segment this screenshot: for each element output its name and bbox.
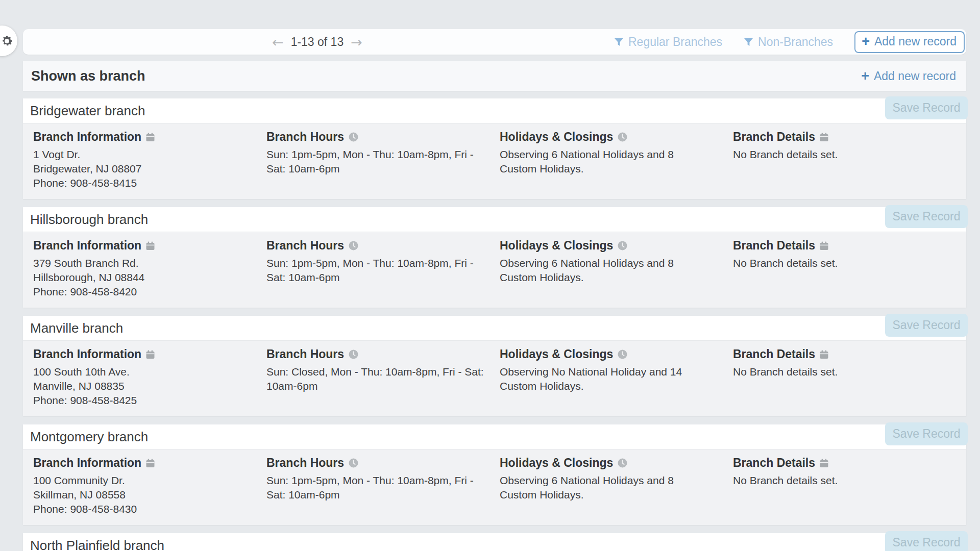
save-record-button[interactable]: Save Record — [885, 314, 968, 337]
branch-details-column: Branch Details No Branch details set. — [733, 130, 966, 190]
main-content: ← 1-13 of 13 → Regular Branches Non-Bran… — [23, 29, 966, 551]
clipboard-icon — [146, 459, 155, 468]
holidays-closings-heading: Holidays & Closings — [500, 456, 733, 470]
holidays-closings-column: Holidays & Closings Observing 6 National… — [500, 456, 733, 516]
branch-details-text: No Branch details set. — [733, 473, 955, 488]
section-add-new-record-label: Add new record — [874, 69, 956, 83]
branch-details-text: No Branch details set. — [733, 147, 955, 162]
address-line-2: Hillsborough, NJ 08844 — [33, 270, 255, 285]
save-record-button[interactable]: Save Record — [885, 205, 968, 228]
branch-name: Hillsborough branch — [30, 212, 148, 228]
clipboard-icon — [146, 350, 155, 359]
branch-card: Manville branch Save Record Branch Infor… — [23, 316, 966, 416]
branch-phone: Phone: 908-458-8415 — [33, 176, 255, 190]
branch-card-header: North Plainfield branch Save Record — [23, 533, 966, 551]
clock-icon — [618, 458, 627, 468]
branch-information-heading: Branch Information — [33, 130, 266, 144]
toolbar-actions: Regular Branches Non-Branches + Add new … — [614, 29, 965, 55]
calendar-icon — [820, 350, 828, 359]
branch-information-heading-label: Branch Information — [33, 239, 141, 253]
branch-card: Bridgewater branch Save Record Branch In… — [23, 98, 966, 199]
branch-details-column: Branch Details No Branch details set. — [733, 239, 966, 299]
previous-page-arrow-icon[interactable]: ← — [272, 35, 284, 49]
holidays-text: Observing 6 National Holidays and 8 Cust… — [500, 256, 699, 285]
branch-details-heading-label: Branch Details — [733, 239, 815, 253]
section-header: Shown as branch + Add new record — [23, 61, 966, 91]
branch-hours-heading-label: Branch Hours — [266, 130, 344, 144]
add-new-record-button[interactable]: + Add new record — [854, 31, 965, 53]
holidays-closings-column: Holidays & Closings Observing 6 National… — [500, 239, 733, 299]
branch-information-heading-label: Branch Information — [33, 130, 141, 144]
branch-hours-column: Branch Hours Sun: 1pm-5pm, Mon - Thu: 10… — [266, 456, 500, 516]
address-line-2: Manville, NJ 08835 — [33, 379, 255, 393]
branch-hours-heading-label: Branch Hours — [266, 347, 344, 361]
branch-information-heading: Branch Information — [33, 347, 266, 361]
branch-name: Manville branch — [30, 320, 123, 336]
address-line-1: 100 Community Dr. — [33, 473, 255, 488]
branch-hours-column: Branch Hours Sun: 1pm-5pm, Mon - Thu: 10… — [266, 239, 500, 299]
address-line-1: 379 South Branch Rd. — [33, 256, 255, 270]
branch-card-header: Montgomery branch Save Record — [23, 424, 966, 449]
save-record-button[interactable]: Save Record — [885, 422, 968, 445]
branch-information-column: Branch Information 1 Vogt Dr. Bridgewate… — [33, 130, 266, 190]
branch-card-body: Branch Information 100 Community Dr. Ski… — [23, 449, 966, 525]
holidays-closings-heading-label: Holidays & Closings — [500, 347, 613, 361]
branch-details-heading-label: Branch Details — [733, 130, 815, 144]
branch-list: Bridgewater branch Save Record Branch In… — [23, 98, 966, 551]
address-line-1: 1 Vogt Dr. — [33, 147, 255, 162]
holidays-closings-column: Holidays & Closings Observing No Nationa… — [500, 347, 733, 408]
filter-non-branches[interactable]: Non-Branches — [744, 35, 833, 49]
filter-regular-branches-label: Regular Branches — [628, 35, 722, 49]
branch-information-heading-label: Branch Information — [33, 456, 141, 470]
branch-name: North Plainfield branch — [30, 538, 164, 551]
holidays-closings-heading-label: Holidays & Closings — [500, 239, 613, 253]
calendar-icon — [820, 133, 828, 142]
branch-phone: Phone: 908-458-8425 — [33, 393, 255, 408]
holidays-closings-heading: Holidays & Closings — [500, 239, 733, 253]
section-title: Shown as branch — [31, 68, 145, 84]
branch-hours-heading: Branch Hours — [266, 456, 500, 470]
branch-hours-text: Sun: 1pm-5pm, Mon - Thu: 10am-8pm, Fri -… — [266, 147, 488, 176]
clipboard-icon — [146, 241, 155, 251]
branch-phone: Phone: 908-458-8420 — [33, 285, 255, 299]
clock-icon — [618, 241, 627, 251]
address-line-2: Skillman, NJ 08558 — [33, 488, 255, 502]
calendar-icon — [820, 459, 828, 468]
calendar-icon — [820, 241, 828, 251]
section-add-new-record-link[interactable]: + Add new record — [858, 69, 959, 84]
branch-information-heading: Branch Information — [33, 239, 266, 253]
branch-hours-column: Branch Hours Sun: 1pm-5pm, Mon - Thu: 10… — [266, 130, 500, 190]
save-record-button[interactable]: Save Record — [885, 96, 968, 119]
clock-icon — [349, 132, 358, 142]
settings-button[interactable] — [0, 26, 17, 56]
branch-information-heading-label: Branch Information — [33, 347, 141, 361]
branch-hours-heading-label: Branch Hours — [266, 456, 344, 470]
branch-name: Montgomery branch — [30, 429, 148, 445]
branch-hours-heading-label: Branch Hours — [266, 239, 344, 253]
holidays-closings-heading: Holidays & Closings — [500, 130, 733, 144]
branch-card: North Plainfield branch Save Record Bran… — [23, 533, 966, 551]
holidays-text: Observing 6 National Holidays and 8 Cust… — [500, 147, 699, 176]
filter-regular-branches[interactable]: Regular Branches — [614, 35, 722, 49]
branch-details-heading-label: Branch Details — [733, 456, 815, 470]
branch-details-text: No Branch details set. — [733, 256, 955, 270]
branch-details-text: No Branch details set. — [733, 365, 955, 379]
branch-address: 100 South 10th Ave. Manville, NJ 08835 P… — [33, 365, 255, 408]
branch-card: Hillsborough branch Save Record Branch I… — [23, 207, 966, 308]
holidays-text: Observing 6 National Holidays and 8 Cust… — [500, 473, 699, 502]
branch-address: 100 Community Dr. Skillman, NJ 08558 Pho… — [33, 473, 255, 516]
holidays-closings-column: Holidays & Closings Observing 6 National… — [500, 130, 733, 190]
next-page-arrow-icon[interactable]: → — [351, 35, 362, 49]
branch-information-column: Branch Information 100 South 10th Ave. M… — [33, 347, 266, 408]
holidays-closings-heading-label: Holidays & Closings — [500, 130, 613, 144]
branch-address: 379 South Branch Rd. Hillsborough, NJ 08… — [33, 256, 255, 299]
funnel-icon — [614, 38, 624, 46]
funnel-icon — [744, 38, 753, 46]
branch-details-column: Branch Details No Branch details set. — [733, 347, 966, 408]
branch-phone: Phone: 908-458-8430 — [33, 502, 255, 516]
branch-card-header: Manville branch Save Record — [23, 316, 966, 341]
branch-card-body: Branch Information 1 Vogt Dr. Bridgewate… — [23, 123, 966, 199]
clipboard-icon — [146, 133, 155, 142]
branch-hours-text: Sun: 1pm-5pm, Mon - Thu: 10am-8pm, Fri -… — [266, 473, 488, 502]
save-record-button[interactable]: Save Record — [885, 531, 968, 551]
